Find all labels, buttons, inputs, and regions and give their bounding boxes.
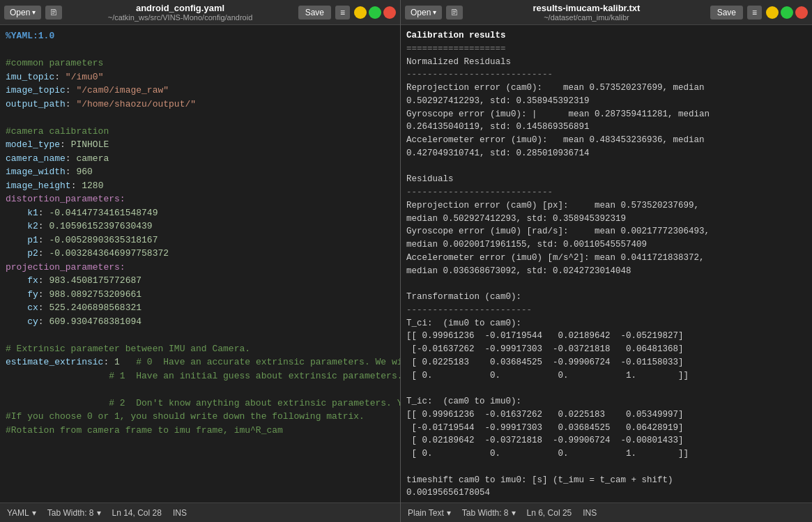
yaml-k2: k2: 0.10596152397630439 — [27, 221, 152, 231]
left-title-center: android_config.yaml ~/catkin_ws/src/VINS… — [66, 3, 293, 22]
yaml-projection-section: projection_parameters: — [6, 262, 125, 272]
yaml-comment-rotation: #Rotation from camera frame to imu frame… — [6, 425, 283, 436]
left-encoding-item: INS — [173, 508, 187, 518]
results-divider4: ------------------------ — [406, 305, 532, 315]
yaml-image-width: image_width: 960 — [6, 167, 93, 177]
yaml-image-topic: image_topic: "/cam0/image_raw" — [6, 85, 169, 95]
left-tab-width-label: Tab Width: 8 — [47, 508, 94, 518]
right-encoding-item: INS — [583, 508, 597, 518]
left-tab-width-item[interactable]: Tab Width: 8 ▾ — [47, 508, 101, 518]
left-open-chevron-icon: ▾ — [32, 8, 36, 16]
yaml-comment-dontknow: # 2 Don't know anything about extrinsic … — [109, 398, 400, 408]
right-encoding-label: INS — [583, 508, 597, 518]
right-cursor-pos-item: Ln 6, Col 25 — [527, 508, 572, 518]
left-open-button[interactable]: Open ▾ — [4, 6, 41, 20]
yaml-fx: fx: 983.4508175772687 — [27, 275, 141, 286]
left-language-chevron-icon: ▾ — [32, 508, 36, 518]
results-divider2: ---------------------------- — [406, 70, 553, 79]
left-maximize-button[interactable] — [369, 6, 381, 19]
yaml-directive: %YAML:1.0 — [6, 31, 54, 41]
right-language-label: Plain Text — [408, 508, 444, 518]
right-open-button[interactable]: Open ▾ — [405, 6, 442, 20]
left-save-button[interactable]: Save — [298, 6, 331, 20]
results-divider1: =================== — [406, 44, 506, 54]
right-tab-width-item[interactable]: Tab Width: 8 ▾ — [462, 508, 516, 518]
left-menu-button[interactable]: ≡ — [335, 6, 350, 20]
yaml-estimate-extrinsic: estimate_extrinsic: 1 # 0 Have an accura… — [6, 357, 400, 367]
yaml-distortion-section: distortion_parameters: — [6, 194, 125, 204]
right-language-item[interactable]: Plain Text ▾ — [408, 508, 451, 518]
yaml-k1: k1: -0.04147734161548749 — [27, 208, 158, 218]
yaml-comment-common: #common parameters — [6, 58, 103, 68]
right-tab-width-label: Tab Width: 8 — [462, 508, 509, 518]
yaml-p2: p2: -0.0032843646997758372 — [27, 248, 169, 259]
right-title-bar: Open ▾ 🖹 results-imucam-kalibr.txt ~/dat… — [401, 0, 812, 25]
left-minimize-button[interactable] — [354, 6, 367, 19]
yaml-camera-name: camera_name: camera — [6, 153, 109, 164]
right-language-chevron-icon: ▾ — [447, 508, 451, 518]
left-encoding-label: INS — [173, 508, 187, 518]
left-tab-chevron-icon: ▾ — [97, 508, 101, 518]
results-divider3: ---------------------------- — [406, 187, 553, 197]
right-panel: Open ▾ 🖹 results-imucam-kalibr.txt ~/dat… — [401, 0, 812, 522]
right-file-icon-button[interactable]: 🖹 — [446, 6, 463, 20]
left-filepath: ~/catkin_ws/src/VINS-Mono/config/android — [66, 13, 293, 22]
yaml-model-type: model_type: PINHOLE — [6, 139, 109, 150]
right-window-controls — [766, 6, 808, 19]
yaml-comment-guess: # 1 Have an initial guess about extrinsi… — [109, 371, 400, 381]
right-menu-button[interactable]: ≡ — [747, 6, 762, 20]
left-language-label: YAML — [7, 508, 29, 518]
yaml-imu-topic: imu_topic: "/imu0" — [6, 72, 103, 82]
left-close-button[interactable] — [383, 6, 396, 19]
yaml-image-height: image_height: 1280 — [6, 181, 103, 191]
yaml-cy: cy: 609.9304768381094 — [27, 316, 141, 327]
left-panel: Open ▾ 🖹 android_config.yaml ~/catkin_ws… — [0, 0, 401, 522]
left-status-bar: YAML ▾ Tab Width: 8 ▾ Ln 14, Col 28 INS — [0, 502, 400, 522]
left-cursor-pos-item: Ln 14, Col 28 — [112, 508, 162, 518]
right-maximize-button[interactable] — [781, 6, 793, 19]
left-title-bar: Open ▾ 🖹 android_config.yaml ~/catkin_ws… — [0, 0, 400, 25]
results-heading: Calibration results — [406, 31, 506, 40]
yaml-comment-extrinsic: # Extrinsic parameter between IMU and Ca… — [6, 344, 250, 354]
right-open-chevron-icon: ▾ — [433, 8, 436, 16]
right-status-bar: Plain Text ▾ Tab Width: 8 ▾ Ln 6, Col 25… — [401, 502, 812, 522]
right-tab-chevron-icon: ▾ — [512, 508, 516, 518]
yaml-comment-camera: #camera calibration — [6, 126, 109, 137]
left-cursor-pos-label: Ln 14, Col 28 — [112, 508, 162, 518]
right-filename: results-imucam-kalibr.txt — [467, 3, 705, 13]
left-window-controls — [354, 6, 396, 19]
right-editor-area[interactable]: Calibration results =================== … — [401, 25, 812, 502]
right-title-center: results-imucam-kalibr.txt ~/dataset/cam_… — [467, 3, 705, 22]
left-file-icon-button[interactable]: 🖹 — [45, 6, 62, 20]
left-filename: android_config.yaml — [66, 3, 293, 13]
right-close-button[interactable] — [795, 6, 808, 19]
yaml-output-path: output_path: "/home/shaozu/output/" — [6, 99, 196, 109]
right-save-button[interactable]: Save — [710, 6, 743, 20]
yaml-comment-if: #If you choose 0 or 1, you should write … — [6, 411, 365, 422]
yaml-p1: p1: -0.00528903635318167 — [27, 235, 158, 245]
right-filepath: ~/dataset/cam_imu/kalibr — [467, 13, 705, 22]
right-open-label: Open — [411, 8, 431, 17]
yaml-cx: cx: 525.2406898568321 — [27, 302, 141, 313]
left-editor-area[interactable]: %YAML:1.0 #common parameters imu_topic: … — [0, 25, 400, 502]
right-cursor-pos-label: Ln 6, Col 25 — [527, 508, 572, 518]
left-open-label: Open — [10, 8, 30, 17]
yaml-fy: fy: 988.0892753209661 — [27, 289, 141, 300]
editors-container: Open ▾ 🖹 android_config.yaml ~/catkin_ws… — [0, 0, 812, 522]
left-language-item[interactable]: YAML ▾ — [7, 508, 36, 518]
right-minimize-button[interactable] — [766, 6, 779, 19]
